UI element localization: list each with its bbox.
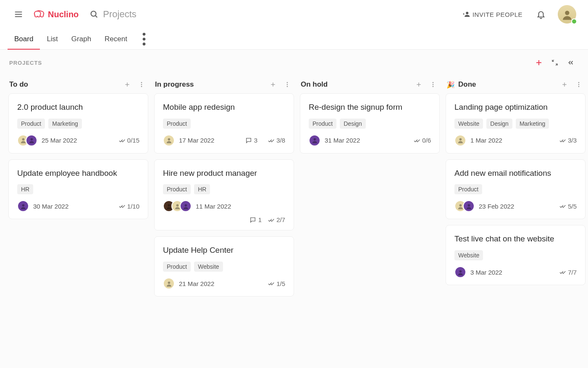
board-card[interactable]: Re-design the signup formProductDesign31…: [300, 93, 440, 154]
card-progress: 2/7: [268, 216, 285, 223]
card-date: 3 Mar 2022: [470, 269, 502, 276]
card-tag: HR: [194, 184, 210, 194]
assignee-avatars: [163, 135, 175, 146]
card-date: 17 Mar 2022: [179, 137, 214, 144]
user-avatar[interactable]: [558, 5, 576, 24]
app-name: Nuclino: [48, 10, 79, 19]
board-card[interactable]: Update employee handbookHR30 Mar 20221/1…: [8, 159, 148, 220]
assignee-avatars: [163, 278, 175, 289]
svg-point-43: [467, 204, 470, 207]
svg-point-38: [578, 82, 580, 83]
tab-list[interactable]: List: [40, 29, 64, 49]
column-more-button[interactable]: [136, 79, 147, 90]
assignee-avatars: [163, 200, 192, 212]
collapse-button[interactable]: [548, 56, 562, 70]
card-tag: Product: [309, 119, 336, 129]
plus-icon: [561, 81, 568, 88]
svg-point-32: [433, 82, 434, 83]
svg-point-27: [176, 204, 178, 207]
more-vertical-icon: [430, 81, 436, 88]
add-button[interactable]: [532, 56, 546, 70]
card-date: 25 Mar 2022: [42, 137, 77, 144]
svg-point-35: [313, 138, 316, 141]
card-tag: Product: [17, 119, 45, 129]
board-card[interactable]: Test live chat on the websiteWebsite3 Ma…: [446, 225, 585, 285]
column-add-button[interactable]: [121, 79, 133, 90]
column-more-button[interactable]: [281, 79, 293, 90]
assignee-avatars: [454, 200, 475, 212]
comment-icon: [245, 137, 252, 144]
svg-point-39: [578, 84, 580, 85]
assignee-avatars: [17, 200, 29, 212]
column-more-button[interactable]: [427, 79, 439, 90]
svg-point-19: [22, 204, 24, 207]
card-tag: Marketing: [516, 119, 549, 129]
board-card[interactable]: Update Help CenterProductWebsite21 Mar 2…: [154, 236, 294, 297]
card-tag: Website: [454, 250, 483, 260]
svg-point-6: [565, 11, 569, 15]
card-title: Test live chat on the website: [454, 234, 577, 244]
column-add-button[interactable]: [413, 79, 425, 90]
card-tag: Design: [340, 119, 366, 129]
notifications-button[interactable]: [533, 7, 549, 22]
card-comments: 1: [249, 216, 262, 223]
comment-icon: [249, 217, 256, 223]
svg-point-41: [459, 138, 462, 141]
invite-button[interactable]: INVITE PEOPLE: [462, 11, 522, 18]
column-add-button[interactable]: [267, 79, 279, 90]
assignee-avatars: [454, 135, 466, 146]
hide-panel-button[interactable]: [564, 56, 578, 70]
more-vertical-icon: [575, 81, 582, 88]
column-emoji: 🎉: [446, 81, 455, 89]
svg-point-8: [143, 37, 146, 40]
card-tag: Website: [194, 262, 223, 272]
checklist-icon: [268, 217, 274, 223]
svg-point-7: [143, 33, 146, 36]
column-add-button[interactable]: [559, 79, 570, 90]
card-title: Update employee handbook: [17, 168, 139, 179]
checklist-icon: [559, 269, 566, 275]
column-more-button[interactable]: [573, 79, 585, 90]
card-tag: Website: [454, 119, 483, 129]
svg-point-22: [287, 82, 288, 83]
tab-board[interactable]: Board: [8, 29, 40, 49]
assignee-avatars: [309, 135, 320, 146]
board-card[interactable]: Mobile app redesignProduct17 Mar 202233/…: [154, 93, 294, 154]
assignee-avatar: [26, 135, 37, 146]
svg-point-24: [287, 86, 288, 87]
svg-point-14: [141, 82, 142, 83]
card-date: 11 Mar 2022: [196, 203, 231, 210]
svg-point-29: [168, 281, 170, 284]
card-title: Update Help Center: [163, 245, 285, 256]
tab-recent[interactable]: Recent: [98, 29, 134, 49]
board-card[interactable]: Hire new product managerProductHR11 Mar …: [154, 159, 294, 231]
bell-icon: [536, 10, 546, 19]
board-column: To do2.0 product launchProductMarketing2…: [8, 76, 148, 302]
tab-graph[interactable]: Graph: [65, 29, 98, 49]
assignee-avatars: [17, 135, 37, 146]
card-date: 1 Mar 2022: [470, 137, 502, 144]
app-logo[interactable]: Nuclino: [33, 9, 79, 19]
card-date: 23 Feb 2022: [479, 203, 514, 210]
assignee-avatar: [463, 200, 475, 212]
menu-button[interactable]: [10, 6, 27, 23]
plus-icon: [270, 81, 276, 88]
more-vertical-icon: [138, 81, 145, 88]
invite-label: INVITE PEOPLE: [472, 11, 522, 18]
svg-point-18: [30, 138, 33, 141]
board-card[interactable]: Landing page optimizationWebsiteDesignMa…: [446, 93, 585, 154]
search-icon: [89, 10, 99, 19]
column-title: To do: [9, 80, 119, 89]
board-card[interactable]: Add new email notificationsProduct23 Feb…: [446, 159, 585, 220]
board-column: On holdRe-design the signup formProductD…: [300, 76, 440, 302]
board-card[interactable]: 2.0 product launchProductMarketing25 Mar…: [8, 93, 148, 154]
collapse-icon: [551, 59, 559, 66]
card-tag: Design: [486, 119, 512, 129]
card-tag: Product: [163, 184, 191, 194]
svg-point-40: [578, 86, 580, 87]
svg-line-4: [95, 16, 97, 17]
checklist-icon: [559, 137, 566, 144]
assignee-avatar: [163, 135, 175, 146]
tabs-more-button[interactable]: [136, 31, 152, 48]
search-area[interactable]: Projects: [89, 9, 136, 20]
